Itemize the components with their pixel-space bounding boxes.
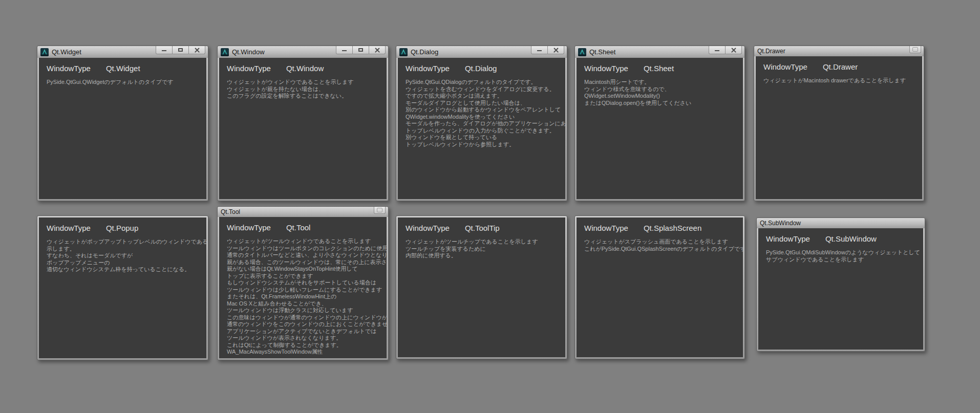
blank-button-icon xyxy=(377,208,382,212)
minimize-button[interactable] xyxy=(531,46,548,54)
window-type-heading: WindowType Qt.Tool xyxy=(227,223,379,232)
titlebar-buttons xyxy=(531,46,564,54)
titlebar[interactable]: Qt.Dialog xyxy=(396,46,567,58)
window-type-value: Qt.Popup xyxy=(106,224,138,232)
window-description: PySide.QtGui.QDialogのデフォルトのタイプです。 ウィジェット… xyxy=(406,79,558,148)
window-description: PySide.QtGui.QWidgetのデフォルトのタイプです xyxy=(47,79,199,86)
window-content: WindowType Qt.Window ウィジェットがウィンドウであることを示… xyxy=(219,58,387,199)
window-description: PySide.QtGui.QMdiSubWindowのようなウィジェットとして … xyxy=(766,249,915,263)
window-type-heading: WindowType Qt.Widget xyxy=(47,64,199,73)
window-type-label: WindowType xyxy=(766,234,810,243)
minimize-icon xyxy=(537,50,542,51)
titlebar[interactable]: Qt.Tool xyxy=(218,207,388,217)
titlebar[interactable]: Qt.SubWindow xyxy=(757,218,925,228)
minimize-icon xyxy=(162,50,166,51)
window-qt-splashscreen: WindowType Qt.SplashScreen ウィジェットがスプラッシュ… xyxy=(574,215,745,359)
window-type-label: WindowType xyxy=(406,224,450,232)
minimize-icon xyxy=(715,50,719,51)
window-type-heading: WindowType Qt.Dialog xyxy=(406,64,558,73)
titlebar[interactable]: Qt.Drawer xyxy=(754,46,924,56)
window-type-heading: WindowType Qt.Sheet xyxy=(584,64,735,73)
window-type-label: WindowType xyxy=(227,64,271,73)
window-type-label: WindowType xyxy=(406,64,450,73)
window-description: ウィジェットがMacintosh drawerであることを示します xyxy=(763,77,914,84)
window-content: WindowType Qt.Widget PySide.QtGui.QWidge… xyxy=(39,58,206,199)
window-title: Qt.Drawer xyxy=(756,48,785,55)
window-type-label: WindowType xyxy=(584,64,628,73)
window-description: ウィジェットがツールウィンドウであることを示します ツールウィンドウはツールボタ… xyxy=(227,238,379,356)
window-qt-tooltip: WindowType Qt.ToolTip ウィジェットがツールチップであること… xyxy=(396,215,567,359)
window-title: Qt.SubWindow xyxy=(759,220,801,227)
window-qt-window: Qt.Window WindowType Qt.Window ウィジェットがウィ… xyxy=(217,46,389,201)
window-content: WindowType Qt.Sheet Macintosh用シートです。 ウィン… xyxy=(577,58,743,199)
window-description: ウィジェットがツールチップであることを示します ツールチップを実装するために 内… xyxy=(406,238,558,259)
maximize-button[interactable] xyxy=(352,46,369,54)
window-content: WindowType Qt.Drawer ウィジェットがMacintosh dr… xyxy=(756,56,922,199)
titlebar[interactable]: Qt.Window xyxy=(218,46,388,58)
minimize-button[interactable] xyxy=(156,46,173,54)
close-icon xyxy=(195,48,200,53)
window-title: Qt.Tool xyxy=(220,208,240,215)
maximize-icon xyxy=(358,48,363,52)
titlebar-buttons xyxy=(374,207,386,214)
window-type-value: Qt.SplashScreen xyxy=(644,224,701,232)
window-type-heading: WindowType Qt.SplashScreen xyxy=(584,224,735,232)
window-type-label: WindowType xyxy=(227,223,271,232)
window-content: WindowType Qt.SubWindow PySide.QtGui.QMd… xyxy=(758,228,923,350)
window-type-heading: WindowType Qt.Drawer xyxy=(763,62,914,71)
window-type-value: Qt.Widget xyxy=(106,64,140,73)
window-type-label: WindowType xyxy=(763,62,807,71)
window-type-value: Qt.SubWindow xyxy=(825,234,877,243)
window-content: WindowType Qt.Dialog PySide.QtGui.QDialo… xyxy=(398,58,565,199)
window-description: ウィジェットがスプラッシュ画面であることを示します これがPySide.QtGu… xyxy=(584,238,735,252)
window-title: Qt.Dialog xyxy=(411,48,438,56)
close-icon xyxy=(553,48,559,53)
window-qt-drawer: Qt.Drawer WindowType Qt.Drawer ウィジェットがMa… xyxy=(754,46,924,201)
window-description: ウィジェットがポップアップトップレベルのウィンドウであることを 示します。 すな… xyxy=(47,238,199,273)
maya-app-icon xyxy=(40,48,49,56)
titlebar-buttons xyxy=(336,46,386,54)
window-type-label: WindowType xyxy=(584,224,628,232)
window-qt-widget: Qt.Widget WindowType Qt.Widget PySide.Qt… xyxy=(37,46,208,201)
window-content: WindowType Qt.ToolTip ウィジェットがツールチップであること… xyxy=(398,218,565,357)
window-type-value: Qt.Dialog xyxy=(465,64,497,73)
close-button[interactable] xyxy=(547,46,564,54)
window-title: Qt.Sheet xyxy=(589,48,615,56)
window-qt-tool: Qt.Tool WindowType Qt.Tool ウィジェットがツールウィン… xyxy=(217,206,389,360)
window-type-value: Qt.Tool xyxy=(286,223,311,232)
minimize-button[interactable] xyxy=(336,46,353,54)
blank-button-icon xyxy=(912,47,918,52)
window-qt-popup: WindowType Qt.Popup ウィジェットがポップアップトップレベルの… xyxy=(37,215,208,360)
window-type-value: Qt.Drawer xyxy=(823,62,858,71)
close-button[interactable] xyxy=(369,46,386,54)
maya-app-icon xyxy=(399,48,408,56)
close-button[interactable] xyxy=(188,46,205,54)
window-description: ウィジェットがウィンドウであることを示します ウィジェットが親を持たない場合は、… xyxy=(227,79,379,100)
window-content: WindowType Qt.Popup ウィジェットがポップアップトップレベルの… xyxy=(39,218,206,358)
titlebar[interactable]: Qt.Widget xyxy=(37,46,208,58)
window-qt-dialog: Qt.Dialog WindowType Qt.Dialog PySide.Qt… xyxy=(396,46,567,201)
minimize-button[interactable] xyxy=(709,46,726,54)
close-icon xyxy=(731,48,736,53)
close-button[interactable] xyxy=(374,207,386,214)
maximize-button[interactable] xyxy=(172,46,189,54)
window-type-value: Qt.Window xyxy=(286,64,324,73)
titlebar[interactable]: Qt.Sheet xyxy=(575,46,744,58)
window-content: WindowType Qt.SplashScreen ウィジェットがスプラッシュ… xyxy=(577,218,743,357)
window-content: WindowType Qt.Tool ウィジェットがツールウィンドウであることを… xyxy=(219,217,387,358)
desktop: Qt.Widget WindowType Qt.Widget PySide.Qt… xyxy=(0,0,980,413)
maya-app-icon xyxy=(578,48,586,56)
minimize-icon xyxy=(342,50,347,51)
maximize-icon xyxy=(178,48,183,52)
window-type-label: WindowType xyxy=(47,64,91,73)
maya-app-icon xyxy=(221,48,229,56)
titlebar-buttons xyxy=(909,46,921,53)
close-button[interactable] xyxy=(725,46,742,54)
window-title: Qt.Window xyxy=(232,48,265,56)
window-description: Macintosh用シートです。 ウィンドウ様式を意味するので、 QWidget… xyxy=(584,79,735,106)
close-button[interactable] xyxy=(909,46,921,53)
window-title: Qt.Widget xyxy=(52,48,81,56)
window-type-label: WindowType xyxy=(47,224,91,232)
window-type-heading: WindowType Qt.SubWindow xyxy=(766,234,915,243)
window-type-value: Qt.ToolTip xyxy=(465,224,500,232)
